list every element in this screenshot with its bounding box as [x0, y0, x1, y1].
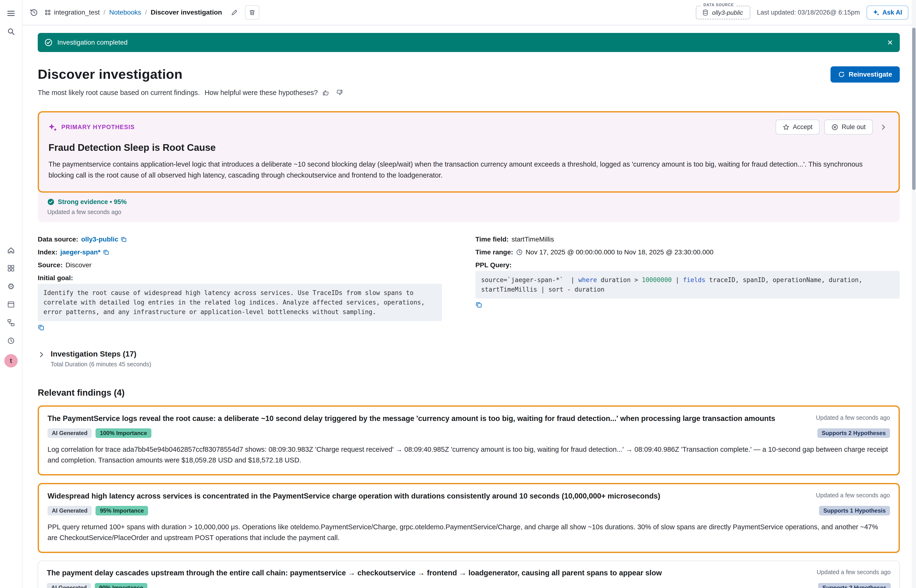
sidebar-item-flows[interactable]	[3, 315, 19, 330]
search-icon	[7, 27, 15, 36]
details-left-column: Data source: olly3-public Index: jaeger-…	[38, 236, 442, 333]
avatar[interactable]: t	[4, 354, 18, 367]
ppl-number: 10000000	[642, 276, 672, 283]
copy-icon[interactable]	[121, 236, 127, 242]
ask-ai-label: Ask AI	[882, 9, 902, 16]
index-link[interactable]: jaeger-span*	[60, 249, 109, 256]
rule-out-label: Rule out	[842, 123, 866, 131]
sidebar-item-apps[interactable]	[3, 260, 19, 276]
history-button[interactable]	[27, 6, 40, 19]
finding-badges: AI Generated 95% Importance Supports 1 H…	[47, 506, 890, 515]
finding-card[interactable]: The payment delay cascades upstream thro…	[38, 561, 900, 588]
menu-button[interactable]	[3, 6, 19, 21]
copy-icon[interactable]	[103, 249, 109, 255]
finding-card[interactable]: Widespread high latency across services …	[38, 483, 900, 553]
delete-button[interactable]	[245, 5, 259, 19]
time-range-label: Time range:	[476, 249, 513, 256]
data-source-value: olly3-public	[81, 236, 118, 243]
finding-title: Widespread high latency across services …	[47, 491, 808, 501]
details-right-column: Time field: startTimeMillis Time range: …	[476, 236, 900, 333]
time-field-label: Time field:	[476, 236, 509, 243]
accept-button[interactable]: Accept	[775, 120, 820, 134]
evidence-label: Strong evidence • 95%	[58, 198, 127, 206]
copy-initial-goal-button[interactable]	[38, 324, 44, 331]
finding-badges: AI Generated 90% Importance Supports 2 H…	[47, 583, 891, 588]
topbar-right: DATA SOURCE olly3-public Last updated: 0…	[696, 5, 908, 19]
main-column: integration_test / Notebooks / Discover …	[23, 0, 916, 588]
sidebar-item-recent[interactable]	[3, 333, 19, 348]
home-icon	[7, 246, 15, 254]
investigation-details: Data source: olly3-public Index: jaeger-…	[38, 236, 900, 333]
chevron-right-icon	[880, 124, 887, 131]
evidence-row: Strong evidence • 95%	[47, 198, 890, 206]
finding-title: The payment delay cascades upstream thro…	[47, 568, 808, 578]
initial-goal-label: Initial goal:	[38, 274, 73, 282]
sidebar-item-workbench[interactable]	[3, 297, 19, 312]
rule-out-button[interactable]: Rule out	[824, 120, 873, 134]
source-value: Discover	[65, 261, 91, 269]
banner-message: Investigation completed	[57, 39, 128, 46]
sidebar-item-home[interactable]	[3, 242, 19, 258]
index-label: Index:	[38, 249, 57, 256]
ai-generated-badge: AI Generated	[47, 506, 92, 515]
history-icon	[30, 8, 38, 16]
copy-ppl-query-button[interactable]	[476, 301, 482, 308]
hypothesis-meta: Strong evidence • 95% Updated a few seco…	[38, 192, 900, 222]
hypothesis-expand-button[interactable]	[877, 121, 889, 133]
star-icon	[783, 124, 790, 131]
breadcrumb-workspace[interactable]: integration_test	[44, 8, 100, 16]
sidebar-item-settings[interactable]: ⚙	[3, 279, 19, 294]
breadcrumb: integration_test / Notebooks / Discover …	[44, 8, 222, 16]
finding-title: The PaymentService logs reveal the root …	[47, 413, 808, 423]
finding-updated: Updated a few seconds ago	[816, 413, 890, 421]
ask-ai-button[interactable]: Ask AI	[867, 5, 908, 19]
finding-header: The payment delay cascades upstream thro…	[47, 568, 891, 578]
investigation-steps-text: Investigation Steps (17) Total Duration …	[51, 350, 151, 368]
banner-close-button[interactable]: ✕	[887, 39, 893, 47]
investigation-steps-title: Investigation Steps (17)	[51, 350, 151, 359]
hypothesis-updated: Updated a few seconds ago	[47, 208, 890, 215]
ppl-keyword: fields	[683, 276, 706, 283]
importance-badge: 90% Importance	[95, 583, 147, 588]
page-title: Discover investigation	[38, 66, 183, 82]
time-field-row: Time field: startTimeMillis	[476, 236, 900, 243]
hamburger-icon	[7, 9, 15, 18]
data-source-chip-label: DATA SOURCE	[701, 3, 736, 7]
clock-icon	[7, 337, 15, 344]
finding-updated: Updated a few seconds ago	[816, 491, 890, 499]
app-window: ⚙ t	[0, 0, 916, 588]
supports-hypotheses-badge: Supports 2 Hypotheses	[818, 583, 891, 588]
sparkle-icon	[873, 9, 879, 16]
vertical-scrollbar[interactable]	[912, 0, 916, 588]
chevron-right-icon	[38, 350, 45, 358]
topbar: integration_test / Notebooks / Discover …	[23, 0, 916, 25]
sidebar-search-button[interactable]	[3, 24, 19, 39]
database-icon	[702, 9, 709, 16]
hypothesis-badge-label: PRIMARY HYPOTHESIS	[61, 124, 135, 131]
evidence-check-icon	[47, 198, 55, 205]
rename-button[interactable]	[228, 6, 241, 19]
ppl-query-text: source=`jaeger-span-*` | where duration …	[476, 271, 900, 299]
hypothesis-body: The paymentservice contains application-…	[49, 159, 889, 181]
page-content: Investigation completed ✕ Discover inves…	[23, 25, 916, 588]
relevant-findings-heading: Relevant findings (4)	[38, 388, 900, 398]
finding-body: PPL query returned 100+ spans with durat…	[47, 522, 890, 543]
thumbs-up-button[interactable]	[321, 87, 331, 98]
data-source-link[interactable]: olly3-public	[81, 236, 127, 243]
breadcrumb-separator: /	[104, 8, 105, 16]
investigation-steps-toggle[interactable]: Investigation Steps (17) Total Duration …	[38, 350, 900, 368]
ppl-keyword: where	[578, 276, 597, 283]
ppl-segment: source=`jaeger-span-*` |	[481, 276, 578, 283]
reinvestigate-label: Reinvestigate	[849, 71, 892, 78]
page-header: Discover investigation Reinvestigate	[38, 66, 900, 82]
scrollbar-thumb[interactable]	[912, 27, 916, 190]
flow-icon	[7, 319, 15, 326]
importance-badge: 100% Importance	[95, 428, 151, 438]
reinvestigate-button[interactable]: Reinvestigate	[830, 66, 900, 82]
data-source-selector[interactable]: DATA SOURCE olly3-public	[696, 6, 750, 19]
breadcrumb-workspace-label: integration_test	[54, 8, 100, 16]
thumbs-down-button[interactable]	[334, 87, 345, 98]
finding-card[interactable]: The PaymentService logs reveal the root …	[38, 405, 900, 475]
ppl-segment: duration >	[597, 276, 642, 283]
breadcrumb-notebooks-link[interactable]: Notebooks	[109, 8, 141, 16]
